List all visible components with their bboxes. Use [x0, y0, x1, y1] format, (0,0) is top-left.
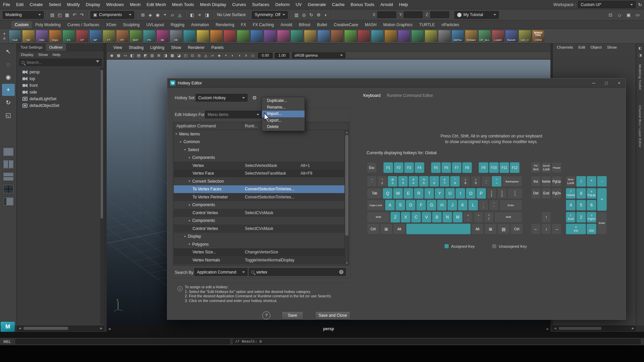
key-minus[interactable]: _- [481, 176, 491, 187]
key-num-lock[interactable]: NumLock [566, 176, 576, 187]
expand-arrow-icon[interactable]: ▼ [179, 141, 182, 143]
hotkey-row-control-vertex[interactable]: Control VertexSelectCVsMask [174, 225, 344, 233]
scroll-right-icon[interactable]: ▶ [545, 327, 550, 330]
outliner-vertical-scrollbar[interactable] [100, 68, 103, 324]
key-x[interactable]: X [401, 212, 411, 223]
scroll-right-icon[interactable]: ▶ [631, 327, 635, 330]
key-backslash[interactable]: |\ [507, 188, 523, 199]
axis-input-x[interactable] [377, 11, 396, 18]
save-button[interactable]: Save [282, 311, 303, 320]
motion-blur-icon[interactable]: ◇ [250, 52, 256, 58]
key-f[interactable]: F [416, 200, 426, 210]
key-l[interactable]: L [468, 200, 478, 210]
key-s[interactable]: S [395, 200, 405, 210]
menu-modify[interactable]: Modify [64, 0, 83, 9]
key-arrow-down[interactable]: ↓ [541, 224, 551, 234]
shelf-item-bp[interactable]: BP [89, 30, 102, 42]
key-digit-1[interactable]: !1 [377, 176, 387, 187]
key-o[interactable]: O [466, 188, 476, 199]
key-enter[interactable]: Enter [499, 200, 522, 210]
viewport-menu-show[interactable]: Show [168, 45, 184, 50]
tab-keyboard[interactable]: Keyboard [363, 93, 380, 98]
axis-input-y[interactable] [404, 11, 423, 18]
scroll-handle[interactable] [559, 327, 601, 330]
key-tab[interactable]: Tab [367, 188, 382, 199]
hotkey-row-to-vertex-perimeter[interactable]: To Vertex PerimeterConvertSelectionToVer… [174, 193, 344, 201]
screen-space-ao-icon[interactable]: ≡ [243, 52, 249, 58]
key-backquote[interactable]: ~` [367, 176, 377, 187]
frame-all-icon[interactable]: ⊡ [189, 52, 196, 58]
expand-arrow-icon[interactable]: ▼ [188, 220, 191, 222]
key-digit-7[interactable]: &7 [440, 176, 449, 187]
expand-arrow-icon[interactable]: ▼ [175, 133, 177, 135]
key-numpad-7[interactable]: 7Home [566, 188, 576, 199]
key-quote[interactable]: "' [489, 200, 499, 210]
key-pause[interactable]: Pause [552, 162, 561, 173]
render-current-frame-icon[interactable]: ◎ [300, 11, 308, 18]
key-numpad-plus[interactable]: + [597, 188, 607, 211]
tab-tool-settings[interactable]: Tool Settings [17, 44, 46, 51]
key-space[interactable] [406, 224, 471, 234]
output-connections-icon[interactable]: ◨ [203, 11, 211, 18]
dialog-titlebar[interactable]: M Hotkey Editor ─ □ × [167, 78, 626, 88]
field-chart-icon[interactable]: ▩ [169, 52, 175, 58]
grease-pencil-icon[interactable]: ▤ [136, 52, 142, 58]
filter-icon[interactable] [96, 60, 99, 64]
use-default-material-icon[interactable]: ⌖ [223, 52, 229, 58]
move-tool[interactable]: + [2, 84, 15, 96]
key-right-win[interactable]: ⊞ [484, 224, 497, 234]
shelf-item-impo[interactable]: Impo [49, 30, 61, 42]
input-connections-icon[interactable]: ◧ [189, 11, 196, 18]
shelf-tab-animation[interactable]: Animation [188, 21, 212, 28]
ipr-render-icon[interactable]: ↻ [308, 11, 315, 18]
key-numpad-6[interactable]: 6 [587, 200, 596, 210]
hotkey-row-menu-items[interactable]: ▼Menu items [174, 130, 344, 138]
hotkey-row-polygons[interactable]: ▼Polygons [174, 240, 344, 248]
selection-mode-dropdown[interactable]: ▣Components [91, 11, 134, 19]
close-button[interactable]: × [613, 78, 626, 87]
shelf-item-lookd[interactable]: LookD [492, 30, 504, 42]
key-period[interactable]: >. [474, 212, 483, 223]
show-grid-icon[interactable]: ⊡ [607, 11, 614, 18]
key-numpad-9[interactable]: 9PgUp [587, 188, 596, 199]
menu-surfaces[interactable]: Surfaces [249, 0, 272, 9]
key-right-alt[interactable]: Alt [471, 224, 484, 234]
shelf-tab-motion-graphics[interactable]: Motion Graphics [380, 21, 416, 28]
key-m[interactable]: M [453, 212, 463, 223]
key-numpad-star[interactable]: * [587, 176, 596, 187]
hotkey-row-components[interactable]: ▼Components [174, 154, 344, 162]
expand-arrow-icon[interactable]: ▼ [184, 235, 186, 238]
shelf-tab-arnold[interactable]: Arnold [277, 21, 296, 28]
hotkey-row-components[interactable]: ▼Components [174, 217, 344, 225]
key-q[interactable]: Q [383, 188, 392, 199]
menu-mesh-display[interactable]: Mesh Display [197, 0, 229, 9]
shelf-item-icon-23[interactable] [304, 30, 316, 42]
expand-arrow-icon[interactable]: ▼ [188, 180, 191, 182]
channel-menu-edit[interactable]: Edit [576, 45, 588, 49]
shelf-tab-nparticles[interactable]: nParticles [438, 21, 463, 28]
shelf-item-cp-all[interactable]: CP_ALL [478, 30, 491, 42]
scroll-handle[interactable] [101, 70, 103, 219]
menu-mesh[interactable]: Mesh [127, 0, 144, 9]
redo-icon[interactable]: ↷ [78, 11, 86, 18]
snap-to-grid-icon[interactable]: ⊞ [139, 11, 147, 18]
shelf-item-icon-28[interactable] [371, 30, 383, 42]
key-pgup[interactable]: PgUp [552, 176, 561, 187]
viewport-menu-renderer[interactable]: Renderer [184, 45, 208, 50]
key-digit-9[interactable]: (9 [461, 176, 470, 187]
key-numpad-5[interactable]: 5 [576, 200, 586, 210]
snap-to-curve-icon[interactable]: ◈ [147, 11, 154, 18]
key-scroll-lock[interactable]: ScrollLock [541, 162, 551, 173]
mode-selector-dropdown[interactable]: Modeling [3, 11, 44, 19]
outliner-item-top[interactable]: top [17, 75, 104, 82]
key-digit-2[interactable]: @2 [388, 176, 397, 187]
view-transform-dropdown[interactable]: sRGB gamma [292, 52, 345, 58]
key-numpad-1[interactable]: 1End [566, 212, 576, 223]
shelf-tab-bullet[interactable]: Bullet [314, 21, 330, 28]
key-numpad-0[interactable]: 0Ins [566, 224, 586, 234]
grid-icon[interactable]: ◩ [142, 52, 149, 58]
key-digit-6[interactable]: ^6 [429, 176, 439, 187]
key-digit-4[interactable]: $4 [409, 176, 418, 187]
shelf-tab-fx[interactable]: FX [237, 21, 249, 28]
hotkey-row-control-vertex[interactable]: Control VertexSelectCVsMask [174, 209, 344, 217]
